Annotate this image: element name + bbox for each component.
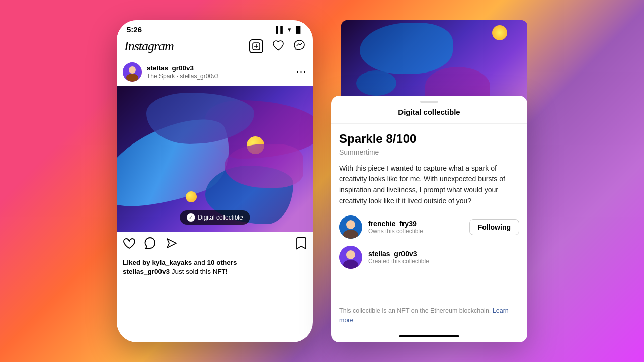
creator-info: stellas_gr00v3 Created this collectible [368,250,519,265]
post-more-button[interactable]: ··· [296,66,307,77]
owner-row: frenchie_fry39 Owns this collectible Fol… [339,215,519,239]
header-icons [249,39,305,53]
following-button[interactable]: Following [469,219,519,235]
svg-point-4 [129,66,136,74]
panel-title: Digital collectible [331,106,527,124]
post-header: stellas_gr00v3 The Spark · stellas_gr00v… [117,58,313,86]
battery-icon: ▐▌ [294,26,303,33]
instagram-logo: Instagram [124,39,174,54]
background-art [341,20,527,106]
share-button[interactable] [165,237,178,252]
panel-content: Sparkle 8/100 Summertime With this piece… [331,124,527,307]
svg-point-7 [346,220,355,229]
phone-mockup: 5:26 ▌▌ ▾ ▐▌ Instagram [117,20,313,342]
heart-icon[interactable] [272,40,284,53]
comment-button[interactable] [144,237,157,252]
liked-by: Liked by kyia_kayaks and 10 others [123,259,307,266]
ig-header: Instagram [117,36,313,58]
footer-text: This collectible is an NFT on the Ethere… [339,307,491,314]
caption-username[interactable]: stellas_gr00v3 [123,268,170,275]
action-icons-left [123,237,296,252]
nft-subtitle: Summertime [339,148,519,156]
status-bar: 5:26 ▌▌ ▾ ▐▌ [117,20,313,36]
poster-avatar[interactable] [123,62,142,82]
panel-handle [420,101,438,103]
caption-body: Just sold this NFT! [172,268,228,275]
badge-label: Digital collectible [198,214,243,221]
status-time: 5:26 [127,25,142,34]
add-post-icon[interactable] [249,39,263,53]
creator-username[interactable]: stellas_gr00v3 [368,250,519,258]
post-actions [117,232,313,258]
creator-role: Created this collectible [368,258,519,265]
post-username[interactable]: stellas_gr00v3 [147,64,296,73]
creator-row: stellas_gr00v3 Created this collectible [339,246,519,269]
post-caption: stellas_gr00v3 Just sold this NFT! [123,268,307,275]
svg-point-5 [126,74,138,82]
right-column: Digital collectible Sparkle 8/100 Summer… [331,20,527,342]
bookmark-button[interactable] [296,237,307,253]
post-user-info: stellas_gr00v3 The Spark · stellas_gr00v… [147,64,296,80]
svg-point-10 [346,250,355,259]
messenger-icon[interactable] [293,39,305,53]
wifi-icon: ▾ [288,26,291,33]
panel-bottom-bar [399,335,459,337]
digital-collectible-badge[interactable]: ✓ Digital collectible [180,210,250,225]
owner-avatar[interactable] [339,215,362,239]
creator-avatar[interactable] [339,246,362,269]
digital-collectible-panel: Digital collectible Sparkle 8/100 Summer… [331,96,527,342]
owner-role: Owns this collectible [368,228,463,235]
nft-title: Sparkle 8/100 [339,132,519,146]
owner-info: frenchie_fry39 Owns this collectible [368,220,463,235]
nft-description: With this piece I wanted to capture what… [339,163,519,207]
like-button[interactable] [123,237,136,252]
badge-check-icon: ✓ [187,213,195,222]
post-captions: Liked by kyia_kayaks and 10 others stell… [117,258,313,280]
post-subtitle: The Spark · stellas_gr00v3 [147,73,296,80]
owner-username[interactable]: frenchie_fry39 [368,220,463,228]
panel-footer: This collectible is an NFT on the Ethere… [331,306,527,331]
post-image: ✓ Digital collectible [117,86,313,232]
status-icons: ▌▌ ▾ ▐▌ [276,26,303,33]
signal-icon: ▌▌ [276,26,285,33]
